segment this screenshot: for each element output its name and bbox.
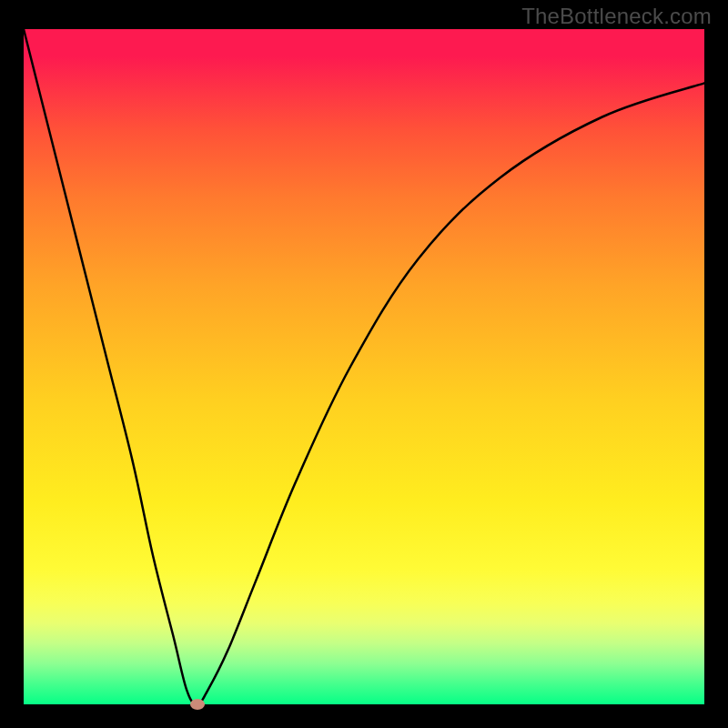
curve-path xyxy=(24,29,704,704)
chart-frame: TheBottleneck.com xyxy=(0,0,728,728)
bottleneck-curve xyxy=(24,29,704,704)
optimal-point-marker xyxy=(190,699,205,710)
plot-area xyxy=(24,29,704,704)
watermark-text: TheBottleneck.com xyxy=(521,4,712,29)
